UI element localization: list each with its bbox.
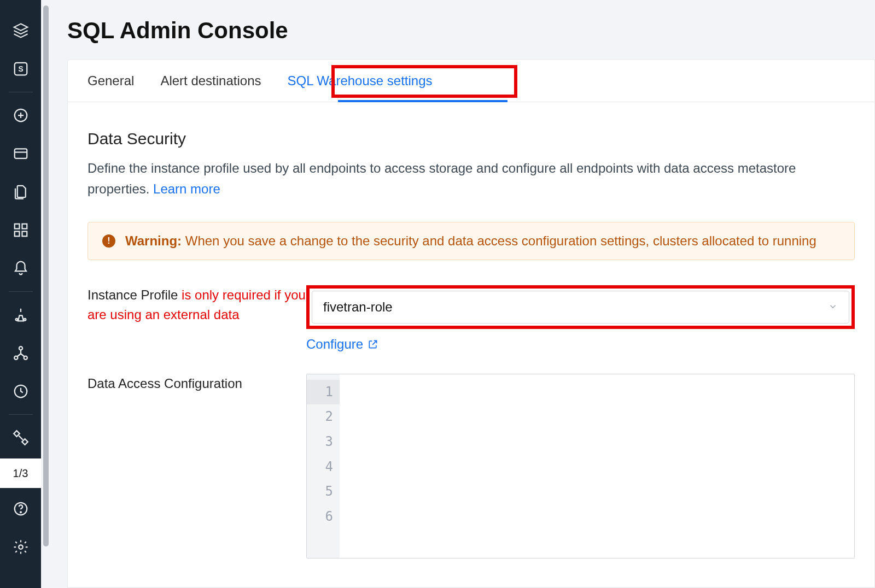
branch-icon[interactable] xyxy=(0,420,41,455)
editor-body[interactable] xyxy=(340,374,854,558)
chevron-down-icon xyxy=(828,299,838,315)
side-rail: S 1/3 xyxy=(0,0,41,588)
scrollbar[interactable] xyxy=(41,0,51,588)
editor-gutter: 1 2 3 4 5 6 xyxy=(307,374,340,558)
grid-icon[interactable] xyxy=(0,213,41,248)
learn-more-link[interactable]: Learn more xyxy=(153,181,220,196)
line-number: 4 xyxy=(307,455,333,480)
instance-profile-dropdown[interactable]: fivetran-role xyxy=(312,291,849,324)
svg-rect-14 xyxy=(14,431,20,437)
tab-alert-destinations[interactable]: Alert destinations xyxy=(160,60,261,102)
tab-general[interactable]: General xyxy=(88,60,134,102)
configure-link[interactable]: Configure xyxy=(306,337,378,352)
data-access-config-editor[interactable]: 1 2 3 4 5 6 xyxy=(306,374,855,558)
logo-icon[interactable] xyxy=(0,13,41,48)
svg-rect-6 xyxy=(14,232,19,237)
new-icon[interactable] xyxy=(0,98,41,133)
help-icon[interactable] xyxy=(0,491,41,526)
settings-icon[interactable] xyxy=(0,530,41,565)
svg-rect-7 xyxy=(22,232,27,237)
annotation-dropdown-highlight: fivetran-role xyxy=(306,285,855,329)
card-icon[interactable] xyxy=(0,136,41,171)
instance-profile-label: Instance Profile is only required if you… xyxy=(88,285,306,325)
main-content: SQL Admin Console General Alert destinat… xyxy=(51,0,875,588)
warning-icon: ! xyxy=(102,234,115,248)
line-number: 2 xyxy=(307,404,333,430)
sql-icon[interactable]: S xyxy=(0,51,41,86)
warning-banner: ! Warning: When you save a change to the… xyxy=(88,222,855,260)
line-number: 5 xyxy=(307,479,333,504)
svg-point-18 xyxy=(19,545,23,549)
svg-point-10 xyxy=(19,346,22,350)
line-number: 3 xyxy=(307,430,333,455)
svg-rect-4 xyxy=(14,224,19,229)
svg-point-17 xyxy=(20,511,21,513)
svg-point-8 xyxy=(15,319,18,321)
tabs: General Alert destinations SQL Warehouse… xyxy=(68,60,874,102)
external-link-icon xyxy=(368,339,378,350)
line-number: 6 xyxy=(307,504,333,530)
svg-rect-3 xyxy=(14,149,27,158)
instance-profile-value: fivetran-role xyxy=(323,299,393,315)
workflow-icon[interactable] xyxy=(0,336,41,371)
svg-rect-15 xyxy=(22,439,28,445)
svg-point-11 xyxy=(14,356,18,360)
files-icon[interactable] xyxy=(0,174,41,209)
history-icon[interactable] xyxy=(0,374,41,409)
section-title: Data Security xyxy=(88,130,855,148)
line-number: 1 xyxy=(307,380,340,405)
experiments-icon[interactable] xyxy=(0,297,41,332)
section-description: Define the instance profile used by all … xyxy=(88,158,855,200)
data-access-config-label: Data Access Configuration xyxy=(88,374,306,393)
svg-point-9 xyxy=(24,319,26,321)
warning-label: Warning: xyxy=(125,233,182,248)
page-title: SQL Admin Console xyxy=(67,17,875,44)
svg-text:S: S xyxy=(18,65,23,73)
tab-sql-warehouse-settings[interactable]: SQL Warehouse settings xyxy=(288,60,433,102)
rail-pager[interactable]: 1/3 xyxy=(0,458,41,488)
svg-rect-5 xyxy=(22,224,27,229)
settings-card: General Alert destinations SQL Warehouse… xyxy=(67,59,875,588)
active-tab-underline xyxy=(338,100,508,102)
bell-icon[interactable] xyxy=(0,251,41,286)
svg-point-12 xyxy=(24,356,27,360)
scrollbar-thumb[interactable] xyxy=(43,5,49,546)
